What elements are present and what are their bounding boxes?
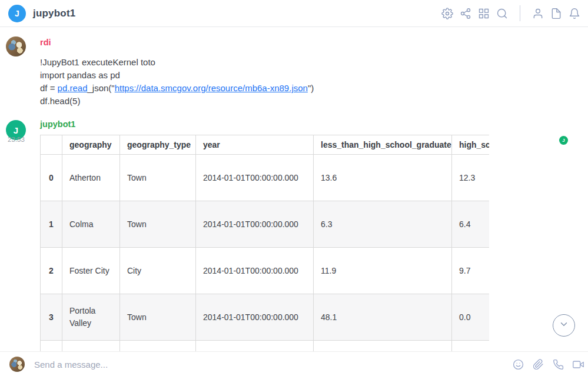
video-icon[interactable] [572,358,584,371]
table-cell: 12.3 [452,155,490,201]
message-link[interactable]: pd.read [58,83,88,93]
paperclip-icon[interactable] [532,358,544,371]
table-cell: City [120,248,196,294]
dataframe-table: geographygeography_typeyearless_than_hig… [40,135,489,351]
row-index-cell: 2 [41,248,62,294]
column-header [41,135,62,155]
table-cell: 2014-01-01T00:00:00.000 [196,155,314,201]
message-line: import pandas as pd [40,69,314,82]
table-cell: 11.9 [314,248,452,294]
row-index-cell [41,341,62,352]
table-row: 1ColmaTown2014-01-01T00:00:00.0006.36.4 [41,201,490,248]
bell-icon[interactable] [568,7,581,20]
table-cell: Atherton [62,155,120,201]
column-header: year [196,135,314,155]
bot-status-badge: J [559,136,568,145]
table-header-row: geographygeography_typeyearless_than_hig… [41,135,490,155]
table-cell: Colma [62,201,120,248]
message-text: !JupyBot1 executeKernel toto [40,57,155,67]
table-cell: Foster City [62,248,120,294]
row-index-cell: 1 [41,201,62,248]
chevron-down-icon [559,319,569,332]
message-link[interactable]: https://data.smcgov.org/resource/mb6a-xn… [115,83,308,93]
table-cell: 2014-01-01T00:00:00.000 [196,201,314,248]
settings-icon[interactable] [441,7,454,20]
table-row: 0AthertonTown2014-01-01T00:00:00.00013.6… [41,155,490,201]
message-timestamp: 23:53 [7,136,25,143]
message-line: df = pd.read_json("https://data.smcgov.o… [40,82,314,95]
header-toolbar [441,0,581,26]
user-avatar[interactable] [6,36,26,56]
table-cell [120,341,196,352]
table-cell [314,341,452,352]
message-author[interactable]: rdi [40,38,51,47]
message-line: !JupyBot1 executeKernel toto [40,56,314,69]
scroll-to-bottom-button[interactable] [553,314,575,337]
table-cell: Town [120,294,196,341]
user-icon[interactable] [531,7,544,20]
dataframe-table-container: geographygeography_typeyearless_than_hig… [40,135,489,351]
table-cell: 6.3 [314,201,452,248]
composer-user-avatar[interactable] [9,357,25,372]
table-cell [196,341,314,352]
table-row: 2Foster CityCity2014-01-01T00:00:00.0001… [41,248,490,294]
column-header: high_sc [452,135,490,155]
column-header: geography [62,135,120,155]
table-head: geographygeography_typeyearless_than_hig… [41,135,490,155]
table-cell [62,341,120,352]
channel-avatar[interactable]: J [8,5,26,22]
emoji-icon[interactable] [512,358,524,371]
message-text: df = [40,83,58,93]
message-text: _json(" [87,83,114,93]
message-input[interactable] [34,352,411,376]
column-header: less_than_high_school_graduate [314,135,452,155]
message-text: import pandas as pd [40,70,120,80]
table-cell: Town [120,201,196,248]
message-text: df.head(5) [40,96,80,106]
row-index-cell: 3 [41,294,62,341]
apps-grid-icon[interactable] [477,7,490,20]
share-icon[interactable] [459,7,472,20]
table-cell: 9.7 [452,248,490,294]
table-cell: Town [120,155,196,201]
search-icon[interactable] [496,7,509,20]
row-index-cell: 0 [41,155,62,201]
toolbar-divider [520,5,520,21]
composer-actions [512,352,584,376]
message-lines: !JupyBot1 executeKernel totoimport panda… [40,56,314,108]
message-text: ") [308,83,314,93]
table-cell: 13.6 [314,155,452,201]
column-header: geography_type [120,135,196,155]
table-cell: 48.1 [314,294,452,341]
table-cell: 0.0 [452,294,490,341]
message-composer [0,351,588,376]
table-row [41,341,490,352]
table-cell [452,341,490,352]
file-icon[interactable] [550,7,563,20]
table-cell: 6.4 [452,201,490,248]
table-body: 0AthertonTown2014-01-01T00:00:00.00013.6… [41,155,490,352]
channel-title: jupybot1 [33,0,75,26]
message-author[interactable]: jupybot1 [40,119,75,129]
table-cell: 2014-01-01T00:00:00.000 [196,248,314,294]
table-cell: Portola Valley [62,294,120,341]
phone-icon[interactable] [552,358,564,371]
table-row: 3Portola ValleyTown2014-01-01T00:00:00.0… [41,294,490,341]
table-cell: 2014-01-01T00:00:00.000 [196,294,314,341]
message-line: df.head(5) [40,95,314,108]
channel-header: J jupybot1 [0,0,588,27]
